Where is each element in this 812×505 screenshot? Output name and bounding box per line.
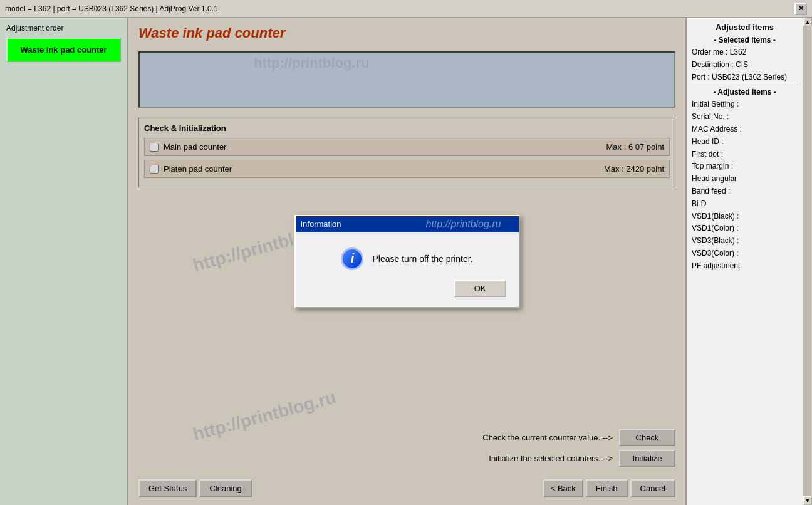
- information-dialog: Information http://printblog.ru i Please…: [294, 215, 520, 308]
- modal-ok-button[interactable]: OK: [454, 280, 506, 297]
- modal-title: Information: [301, 219, 341, 229]
- right-sidebar: Adjusted items - Selected items - Order …: [687, 18, 803, 505]
- pf-adjustment: PF adjustment: [692, 261, 798, 271]
- bi-d: Bi-D: [692, 199, 798, 209]
- waste-ink-pad-counter-menu-item[interactable]: Waste ink pad counter: [6, 38, 121, 62]
- main-content: Adjustment order Waste ink pad counter h…: [0, 18, 812, 505]
- scroll-down-button[interactable]: ▼: [803, 496, 812, 505]
- top-margin: Top margin :: [692, 161, 798, 172]
- center-panel: http://printblog.ru http://printblog.ru …: [128, 18, 687, 505]
- adjusted-items-section: - Adjusted items -: [692, 88, 798, 96]
- app-container: model = L362 | port = USB023 (L362 Serie…: [0, 0, 812, 505]
- info-icon: i: [341, 247, 363, 270]
- close-button[interactable]: ✕: [794, 3, 807, 15]
- title-bar-text: model = L362 | port = USB023 (L362 Serie…: [5, 4, 218, 13]
- scroll-track: [803, 26, 811, 496]
- model-name: Order me : L362: [692, 47, 798, 58]
- initial-setting: Initial Setting :: [692, 99, 798, 110]
- modal-overlay: Information http://printblog.ru i Please…: [128, 18, 685, 505]
- mac-address: MAC Address :: [692, 124, 798, 135]
- modal-watermark: http://printblog.ru: [425, 219, 501, 230]
- right-scrollbar[interactable]: ▲ ▼: [803, 18, 811, 505]
- vsd3-color: VSD3(Color) :: [692, 248, 798, 259]
- port: Port : USB023 (L362 Series): [692, 72, 798, 83]
- selected-items-header: - Selected items -: [692, 36, 798, 44]
- modal-body: i Please turn off the printer. OK: [296, 232, 519, 307]
- modal-titlebar: Information http://printblog.ru: [296, 216, 519, 232]
- first-dot: First dot :: [692, 149, 798, 160]
- scroll-up-button[interactable]: ▲: [803, 18, 812, 26]
- head-id: Head ID :: [692, 137, 798, 147]
- band-feed: Band feed :: [692, 186, 798, 197]
- modal-message-row: i Please turn off the printer.: [341, 247, 472, 270]
- left-sidebar: Adjustment order Waste ink pad counter: [0, 18, 128, 505]
- destination: Destination : CIS: [692, 60, 798, 70]
- vsd1-color: VSD1(Color) :: [692, 223, 798, 234]
- head-angular: Head angular: [692, 174, 798, 184]
- vsd1-black: VSD1(Black) :: [692, 211, 798, 222]
- adjustment-order-title: Adjustment order: [6, 24, 121, 33]
- modal-message-text: Please turn off the printer.: [372, 254, 472, 264]
- title-bar: model = L362 | port = USB023 (L362 Serie…: [0, 0, 812, 18]
- vsd3-black: VSD3(Black) :: [692, 236, 798, 246]
- divider-1: [692, 85, 798, 85]
- adjusted-items-title: Adjusted items: [692, 23, 798, 32]
- serial-no: Serial No. :: [692, 112, 798, 122]
- right-panel: Adjusted items - Selected items - Order …: [687, 18, 812, 505]
